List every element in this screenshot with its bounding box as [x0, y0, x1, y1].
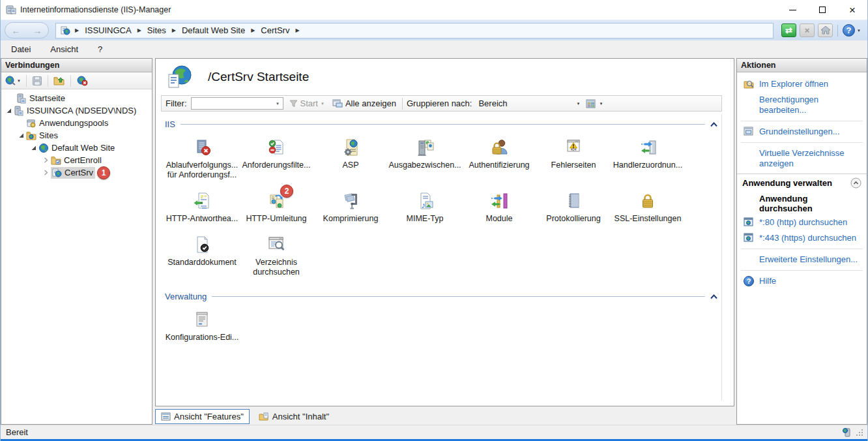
chevron-expanded-icon[interactable]	[4, 108, 14, 114]
tree-item-default-web-site[interactable]: Default Web Site	[1, 142, 152, 154]
breadcrumb-item-sites[interactable]: Sites	[146, 25, 167, 36]
tree-item-certenroll[interactable]: CertEnroll	[1, 154, 152, 166]
maximize-icon	[819, 7, 826, 13]
feature-handler-mappings[interactable]: Handlerzuordnun...	[611, 136, 685, 180]
breadcrumb-item-certsrv[interactable]: CertSrv	[259, 25, 291, 36]
menu-datei[interactable]: Datei	[10, 42, 32, 56]
breadcrumb-arrow-icon: ▶	[75, 27, 79, 33]
home-button[interactable]	[818, 23, 833, 37]
feature-label: Module	[486, 214, 513, 224]
back-button[interactable]: ←	[12, 26, 21, 35]
feature-label-line2: durchsuchen	[253, 267, 300, 277]
breadcrumb-item-server[interactable]: ISSUINGCA	[83, 25, 133, 36]
close-button[interactable]: ×	[837, 0, 867, 20]
feature-ssl-settings[interactable]: SSL-Einstellungen	[611, 189, 685, 224]
group-by-combobox[interactable]: Bereich ▼	[476, 97, 580, 110]
server-status-icon	[842, 427, 852, 438]
refresh-button[interactable]: ⇄	[781, 23, 796, 37]
stop-button[interactable]: ×	[800, 23, 815, 37]
feature-compression[interactable]: Komprimierung	[313, 189, 388, 224]
feature-label: Protokollierung	[546, 214, 600, 224]
maximize-button[interactable]	[807, 0, 837, 20]
tree-item-anwendungspools[interactable]: Anwendungspools	[1, 117, 152, 129]
import-button[interactable]	[52, 74, 66, 87]
feature-logging[interactable]: Protokollierung	[536, 189, 611, 224]
connections-header: Verbindungen	[1, 59, 152, 72]
http-response-headers-icon	[192, 189, 212, 211]
request-filtering-icon	[266, 136, 287, 158]
chevron-collapsed-icon[interactable]	[41, 170, 51, 175]
group-by-label: Gruppieren nach:	[407, 99, 472, 108]
tree-item-startseite[interactable]: Startseite	[1, 92, 152, 104]
tree-item-sites[interactable]: Sites	[1, 129, 152, 142]
modules-icon	[489, 189, 510, 211]
action-open-in-explorer[interactable]: Im Explorer öffnen	[737, 76, 867, 92]
feature-http-redirect[interactable]: 2 HTTP-Umleitung	[239, 189, 313, 224]
browse-website-icon	[744, 217, 755, 226]
feature-http-response-headers[interactable]: HTTP-Antworthea...	[165, 189, 239, 224]
directory-browsing-icon	[266, 233, 287, 255]
chevron-expanded-icon[interactable]	[29, 145, 38, 151]
feature-error-pages[interactable]: 404 Fehlerseiten	[536, 136, 611, 180]
filter-go-button[interactable]: Start ▼	[287, 97, 326, 110]
view-mode-button[interactable]: ▼	[584, 98, 605, 110]
feature-authentication[interactable]: Authentifizierung	[462, 136, 536, 180]
show-all-button[interactable]: Alle anzeigen	[330, 97, 398, 110]
tab-label: Ansicht "Inhalt"	[272, 412, 329, 421]
menu-ansicht[interactable]: Ansicht	[49, 42, 80, 56]
action-browse-http[interactable]: *:80 (http) durchsuchen	[737, 215, 867, 230]
menu-help[interactable]: ?	[96, 42, 104, 56]
action-basic-settings[interactable]: Grundeinstellungen...	[737, 124, 867, 140]
feature-label: Ausgabezwischen...	[388, 160, 461, 170]
action-advanced-settings[interactable]: Erweiterte Einstellungen...	[737, 252, 867, 267]
feature-label: Ablaufverfolgungs...	[166, 160, 239, 170]
feature-asp[interactable]: ASP	[313, 136, 388, 180]
tab-content-view[interactable]: Ansicht "Inhalt"	[253, 410, 334, 423]
feature-label-line2: für Anforderungsf...	[167, 170, 237, 180]
website-globe-icon	[38, 143, 49, 153]
action-help[interactable]: ? Hilfe	[737, 273, 867, 289]
collapse-group-button[interactable]	[710, 294, 717, 299]
breadcrumb-item-default-web-site[interactable]: Default Web Site	[181, 25, 246, 36]
feature-output-caching[interactable]: Ausgabezwischen...	[388, 136, 462, 180]
save-connections-button[interactable]	[31, 74, 44, 87]
filter-combobox[interactable]: ▼	[191, 97, 283, 110]
chevron-down-icon[interactable]: ▼	[273, 98, 283, 109]
collapse-section-button[interactable]	[850, 177, 861, 189]
chevron-expanded-icon[interactable]	[16, 132, 26, 138]
tree-item-selected-highlight: CertSrv	[51, 167, 95, 179]
tree-item-issuingca[interactable]: ISSUINGCA (NDSEDV\NDS)	[1, 104, 152, 117]
collapse-group-button[interactable]	[710, 122, 717, 127]
minimize-button[interactable]	[777, 0, 807, 20]
action-view-virtual-directories[interactable]: Virtuelle Verzeichnisse anzeigen	[737, 145, 867, 172]
virtual-directory-icon	[51, 155, 61, 166]
asp-icon	[340, 136, 361, 158]
toolbar-divider	[402, 98, 403, 110]
feature-request-filtering[interactable]: Anforderungsfilte...	[239, 136, 313, 180]
feature-directory-browsing[interactable]: Verzeichnis durchsuchen	[239, 233, 313, 277]
feature-default-document[interactable]: Standarddokument	[165, 233, 239, 277]
action-edit-permissions[interactable]: Berechtigungen bearbeiten...	[737, 92, 867, 118]
create-connection-button[interactable]: ▼	[4, 74, 22, 87]
breadcrumb-arrow-icon: ▶	[172, 27, 176, 33]
action-browse-https[interactable]: *:443 (https) durchsuchen	[737, 230, 867, 246]
feature-modules[interactable]: Module	[462, 189, 536, 224]
feature-request-tracing[interactable]: Ablaufverfolgungs... für Anforderungsf..…	[165, 136, 239, 180]
resize-grip-icon[interactable]	[855, 428, 863, 436]
ssl-settings-icon	[637, 189, 658, 211]
site-globe-page-icon	[165, 64, 194, 90]
forward-button[interactable]: →	[33, 26, 42, 35]
feature-label: Anforderungsfilte...	[242, 160, 311, 170]
feature-configuration-editor[interactable]: Konfigurations-Edi...	[165, 308, 239, 342]
feature-mime-types[interactable]: ♪ MIME-Typ	[388, 189, 462, 224]
disconnect-button[interactable]	[75, 74, 89, 87]
tree-item-certsrv[interactable]: CertSrv 1	[1, 166, 152, 179]
tab-features-view[interactable]: Ansicht "Features"	[155, 409, 250, 424]
server-icon	[14, 106, 24, 116]
breadcrumb[interactable]: ▶ ISSUINGCA ▶ Sites ▶ Default Web Site ▶…	[55, 23, 774, 38]
grid-view-icon	[586, 99, 596, 108]
help-menu-button[interactable]: ? ▼	[843, 24, 861, 37]
filter-toolbar: Filter: ▼ Start ▼ Alle anzeigen Gruppie	[161, 95, 722, 112]
feature-label: Konfigurations-Edi...	[166, 333, 239, 342]
chevron-collapsed-icon[interactable]	[41, 157, 51, 163]
